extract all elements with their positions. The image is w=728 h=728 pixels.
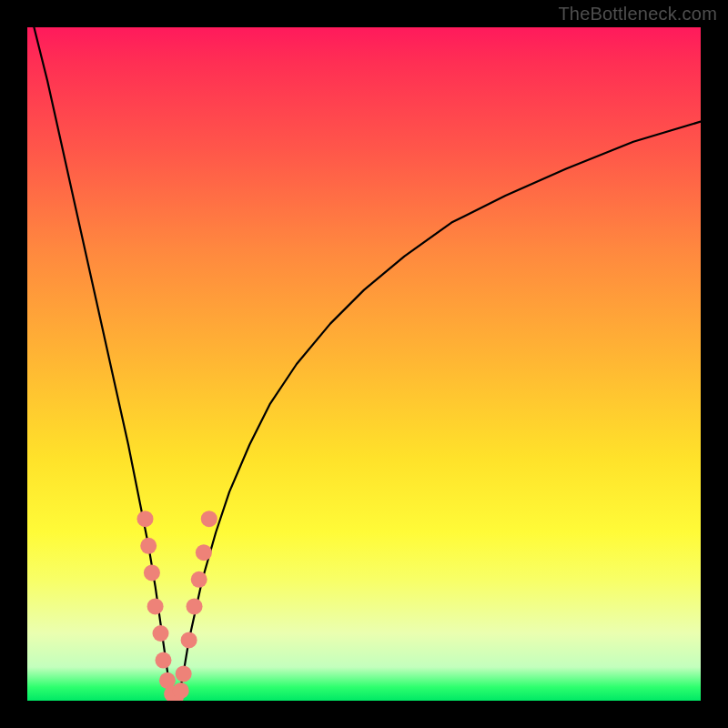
bottleneck-curve bbox=[34, 27, 701, 701]
watermark-text: TheBottleneck.com bbox=[558, 4, 717, 25]
curve-marker bbox=[201, 511, 217, 527]
curve-marker bbox=[147, 598, 164, 614]
bottleneck-curve-svg bbox=[27, 27, 701, 701]
curve-marker bbox=[196, 544, 212, 561]
curve-marker bbox=[144, 564, 160, 581]
curve-marker bbox=[137, 511, 154, 527]
plot-area bbox=[27, 27, 701, 701]
curve-marker bbox=[173, 682, 189, 699]
curve-marker bbox=[187, 598, 203, 614]
curve-marker bbox=[140, 538, 157, 554]
curve-marker bbox=[181, 632, 197, 648]
curve-marker bbox=[155, 652, 171, 669]
curve-marker bbox=[191, 571, 207, 588]
chart-frame: TheBottleneck.com bbox=[0, 0, 728, 728]
curve-marker bbox=[176, 665, 192, 682]
curve-marker bbox=[153, 625, 169, 642]
